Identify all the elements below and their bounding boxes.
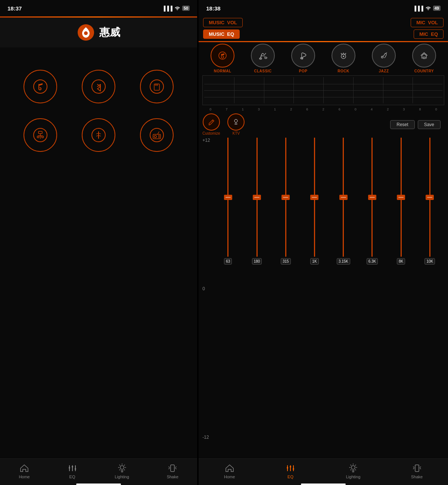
right-signal-icon: ▐▐▐ xyxy=(413,6,423,11)
genre-rock[interactable]: ROCK xyxy=(332,44,355,73)
slider-col-8K[interactable]: 8K xyxy=(387,138,416,265)
right-wifi-icon xyxy=(425,6,431,11)
right-shake-icon xyxy=(412,463,422,473)
usb-input-cell[interactable] xyxy=(11,111,69,159)
right-nav-lighting[interactable]: Lighting xyxy=(346,463,361,479)
classic-genre-label: CLASSIC xyxy=(254,69,271,73)
freq-label-6.3K: 6.3K xyxy=(367,258,378,265)
svg-point-50 xyxy=(265,57,267,59)
slider-thumb-3.15K[interactable] xyxy=(339,195,348,200)
eq-scale: +12 0 -12 xyxy=(202,138,210,440)
left-nav-eq-label: EQ xyxy=(69,475,75,479)
slider-track-10K[interactable] xyxy=(429,138,430,257)
genre-classic[interactable]: CLASSIC xyxy=(251,44,275,73)
right-battery: 49 xyxy=(433,6,441,11)
freq-label-10K: 10K xyxy=(424,258,435,265)
svg-point-28 xyxy=(72,466,73,467)
brand-logo-icon xyxy=(77,24,95,41)
genre-country[interactable]: COUNTRY xyxy=(412,44,436,73)
genre-pop[interactable]: POP xyxy=(291,44,315,73)
genre-normal[interactable]: NORMAL xyxy=(211,44,234,73)
music-vol-tab[interactable]: MUSIC VOL xyxy=(203,18,243,27)
left-nav-lighting[interactable]: Lighting xyxy=(115,463,129,479)
right-nav-home[interactable]: Home xyxy=(224,463,235,479)
freq-label-63: 63 xyxy=(224,258,232,265)
aux-input-cell[interactable] xyxy=(69,111,128,159)
left-tabs-row2: MUSIC EQ xyxy=(203,29,240,39)
jazz-genre-icon xyxy=(372,44,396,68)
svg-point-71 xyxy=(351,466,355,469)
radio-icon[interactable] xyxy=(140,118,174,152)
ktv-item[interactable]: KTV xyxy=(227,113,245,135)
slider-thumb-63[interactable] xyxy=(224,195,232,200)
slider-track-63[interactable] xyxy=(227,138,228,257)
slider-track-315[interactable] xyxy=(285,138,286,257)
svg-line-85 xyxy=(420,467,421,467)
svg-line-77 xyxy=(355,470,356,470)
right-bottom-nav: Home EQ xyxy=(199,459,448,485)
genre-jazz[interactable]: JAZZ xyxy=(372,44,396,73)
slider-track-1K[interactable] xyxy=(314,138,315,257)
slider-thumb-10K[interactable] xyxy=(426,195,434,200)
slider-track-6.3K[interactable] xyxy=(371,138,373,257)
left-nav-home[interactable]: Home xyxy=(19,463,29,479)
slider-thumb-180[interactable] xyxy=(253,195,261,200)
customize-icon xyxy=(203,113,220,131)
slider-thumb-315[interactable] xyxy=(281,195,290,200)
left-nav-shake[interactable]: Shake xyxy=(167,463,178,479)
svg-point-70 xyxy=(293,468,294,470)
freq-label-3.15K: 3.15K xyxy=(337,258,350,265)
right-tabs-row2: MIC EQ xyxy=(414,29,444,39)
usb-icon[interactable] xyxy=(24,118,57,152)
svg-point-4 xyxy=(150,80,164,93)
eq-icon xyxy=(68,463,77,473)
svg-rect-59 xyxy=(423,57,425,59)
slider-thumb-6.3K[interactable] xyxy=(368,195,376,200)
left-nav-eq[interactable]: EQ xyxy=(68,463,77,479)
save-button[interactable]: Save xyxy=(418,120,441,129)
aux-icon[interactable] xyxy=(82,118,115,152)
slider-col-180[interactable]: 180 xyxy=(242,138,271,265)
reset-button[interactable]: Reset xyxy=(390,120,414,129)
music-input-cell[interactable] xyxy=(11,62,69,111)
svg-line-76 xyxy=(351,465,351,466)
slider-col-6.3K[interactable]: 6.3K xyxy=(358,138,386,265)
left-signal-icon: ▐▐▐ xyxy=(162,6,172,11)
mic-vol-tab[interactable]: MIC VOL xyxy=(411,18,444,27)
right-phone-panel: 18:38 ▐▐▐ 49 MUSIC VOL MIC VOL xyxy=(199,0,448,485)
slider-col-3.15K[interactable]: 3.15K xyxy=(329,138,358,265)
country-genre-label: COUNTRY xyxy=(414,69,434,73)
slider-thumb-8K[interactable] xyxy=(397,195,405,200)
slider-col-10K[interactable]: 10K xyxy=(416,138,444,265)
freq-label-315: 315 xyxy=(281,258,291,265)
sdcard-input-cell[interactable] xyxy=(128,62,186,111)
slider-track-8K[interactable] xyxy=(401,138,402,257)
right-nav-shake[interactable]: Shake xyxy=(411,463,423,479)
right-nav-eq[interactable]: EQ xyxy=(286,463,295,479)
right-time: 18:38 xyxy=(206,5,220,12)
bluetooth-icon[interactable] xyxy=(82,70,115,103)
slider-col-1K[interactable]: 1K xyxy=(300,138,329,265)
left-status-icons: ▐▐▐ 50 xyxy=(162,6,190,11)
slider-col-63[interactable]: 63 xyxy=(214,138,242,265)
svg-line-22 xyxy=(158,132,159,134)
sdcard-icon[interactable] xyxy=(140,70,174,103)
customize-item[interactable]: Customize xyxy=(202,113,220,135)
right-nav-home-label: Home xyxy=(224,475,235,479)
left-nav-lighting-label: Lighting xyxy=(115,475,129,479)
slider-track-3.15K[interactable] xyxy=(343,138,344,257)
tabs-row1: MUSIC VOL MIC VOL xyxy=(199,16,448,29)
input-icons-grid xyxy=(0,47,197,174)
slider-track-180[interactable] xyxy=(256,138,258,257)
custom-controls-row: Customize KTV Reset Save xyxy=(199,111,448,138)
slider-thumb-1K[interactable] xyxy=(310,195,318,200)
radio-input-cell[interactable] xyxy=(128,111,186,159)
bluetooth-input-cell[interactable] xyxy=(69,62,128,111)
music-icon[interactable] xyxy=(24,70,57,103)
music-eq-tab[interactable]: MUSIC EQ xyxy=(203,29,240,39)
svg-point-67 xyxy=(290,466,291,467)
mic-eq-tab[interactable]: MIC EQ xyxy=(414,29,444,39)
svg-point-13 xyxy=(42,136,44,138)
slider-col-315[interactable]: 315 xyxy=(271,138,300,265)
svg-point-25 xyxy=(69,467,70,469)
